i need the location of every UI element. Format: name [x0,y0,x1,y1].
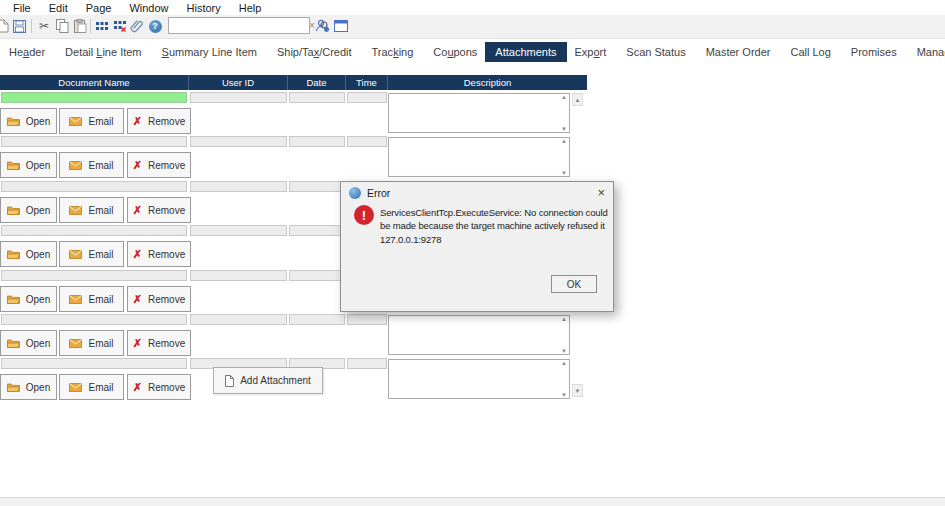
date-field[interactable] [289,92,345,103]
folder-icon [7,205,20,215]
time-field[interactable] [347,136,387,147]
tab-tracking[interactable]: Tracking [364,43,422,61]
save-icon[interactable] [11,18,27,34]
open-button[interactable]: Open [0,197,57,223]
find-user-icon[interactable] [314,18,330,34]
description-field[interactable]: ▲ ▼ [388,315,570,355]
user-id-field[interactable] [190,314,287,325]
open-button[interactable]: Open [0,152,57,178]
document-name-field[interactable] [1,181,187,192]
time-field[interactable] [347,314,387,325]
tab-detail-line-item[interactable]: Detail Line Item [57,43,149,61]
document-name-field[interactable] [1,314,187,325]
help-icon[interactable]: ? [147,18,163,34]
grid-remove-icon[interactable] [112,18,128,34]
user-id-field[interactable] [190,181,287,192]
description-field[interactable]: ▲ ▼ [388,359,570,399]
menu-edit[interactable]: Edit [40,2,77,14]
cut-icon[interactable]: ✂ [36,18,52,34]
time-field[interactable] [347,358,387,369]
remove-button[interactable]: ✗ Remove [127,330,191,356]
remove-button[interactable]: ✗ Remove [127,108,191,134]
tab-export[interactable]: Export [567,43,615,61]
menu-file[interactable]: File [4,2,40,14]
layout-icon[interactable] [333,18,349,34]
email-button[interactable]: Email [59,152,124,178]
menu-history[interactable]: History [178,2,230,14]
menu-help[interactable]: Help [230,2,271,14]
document-name-field[interactable] [1,136,187,147]
menu-window[interactable]: Window [120,2,177,14]
remove-button[interactable]: ✗ Remove [127,197,191,223]
description-scroll-down-icon[interactable]: ▼ [561,348,567,354]
document-name-field[interactable] [1,92,187,103]
close-icon[interactable]: × [597,186,605,199]
open-button[interactable]: Open [0,286,57,312]
description-scroll-down-icon[interactable]: ▼ [561,170,567,176]
date-field[interactable] [289,314,345,325]
remove-button[interactable]: ✗ Remove [127,374,191,400]
open-button[interactable]: Open [0,374,57,400]
scrollbar-down-button[interactable]: ▼ [572,384,583,397]
tab-summary-line-item[interactable]: Summary Line Item [154,43,265,61]
ok-button[interactable]: OK [551,275,597,293]
copy-icon[interactable] [54,18,70,34]
search-input[interactable] [169,19,307,32]
error-dialog-titlebar[interactable]: Error × [341,182,613,203]
description-scroll-up-icon[interactable]: ▲ [561,138,567,144]
email-button-label: Email [88,382,113,393]
document-name-field[interactable] [1,225,187,236]
user-id-field[interactable] [190,225,287,236]
grid-icon[interactable] [94,18,110,34]
email-button-label: Email [88,205,113,216]
paste-icon[interactable] [72,18,88,34]
description-scroll-down-icon[interactable]: ▼ [561,392,567,398]
remove-button[interactable]: ✗ Remove [127,241,191,267]
menu-page[interactable]: Page [77,2,121,14]
email-button[interactable]: Email [59,197,124,223]
remove-button[interactable]: ✗ Remove [127,152,191,178]
date-field[interactable] [289,181,345,192]
description-scroll-up-icon[interactable]: ▲ [561,360,567,366]
description-field[interactable]: ▲ ▼ [388,93,570,133]
remove-button[interactable]: ✗ Remove [127,286,191,312]
document-name-field[interactable] [1,270,187,281]
scrollbar-up-button[interactable]: ▲ [572,93,583,106]
date-field[interactable] [289,225,345,236]
user-id-field[interactable] [190,270,287,281]
description-scroll-up-icon[interactable]: ▲ [561,94,567,100]
open-button[interactable]: Open [0,108,57,134]
email-button[interactable]: Email [59,241,124,267]
user-id-field[interactable] [190,92,287,103]
open-button[interactable]: Open [0,241,57,267]
description-scroll-down-icon[interactable]: ▼ [561,126,567,132]
email-button[interactable]: Email [59,374,124,400]
error-dialog: Error × ! ServicesClientTcp.ExecuteServi… [340,181,614,312]
description-field[interactable]: ▲ ▼ [388,137,570,177]
tab-master-order[interactable]: Master Order [698,43,779,61]
email-button[interactable]: Email [59,286,124,312]
description-scroll-up-icon[interactable]: ▲ [561,316,567,322]
toolbar-separator [31,19,32,33]
open-button[interactable]: Open [0,330,57,356]
user-id-field[interactable] [190,136,287,147]
document-name-field[interactable] [1,358,187,369]
new-document-icon[interactable] [0,18,11,34]
paperclip-icon[interactable] [129,18,145,34]
email-button[interactable]: Email [59,108,124,134]
add-attachment-button[interactable]: Add Attachment [213,367,323,394]
tab-scan-status[interactable]: Scan Status [618,43,693,61]
date-field[interactable] [289,270,345,281]
tab-ship-tax-credit[interactable]: Ship/Tax/Credit [269,43,360,61]
tab-coupons[interactable]: Coupons [425,43,485,61]
tab-header[interactable]: Header [1,43,53,61]
tab-promises[interactable]: Promises [843,43,905,61]
email-button[interactable]: Email [59,330,124,356]
time-field[interactable] [347,92,387,103]
tab-call-log[interactable]: Call Log [782,43,838,61]
folder-icon [7,338,20,348]
tab-manage[interactable]: Manage [909,43,945,61]
tab-attachments[interactable]: Attachments [485,42,566,62]
date-field[interactable] [289,136,345,147]
folder-icon [7,249,20,259]
